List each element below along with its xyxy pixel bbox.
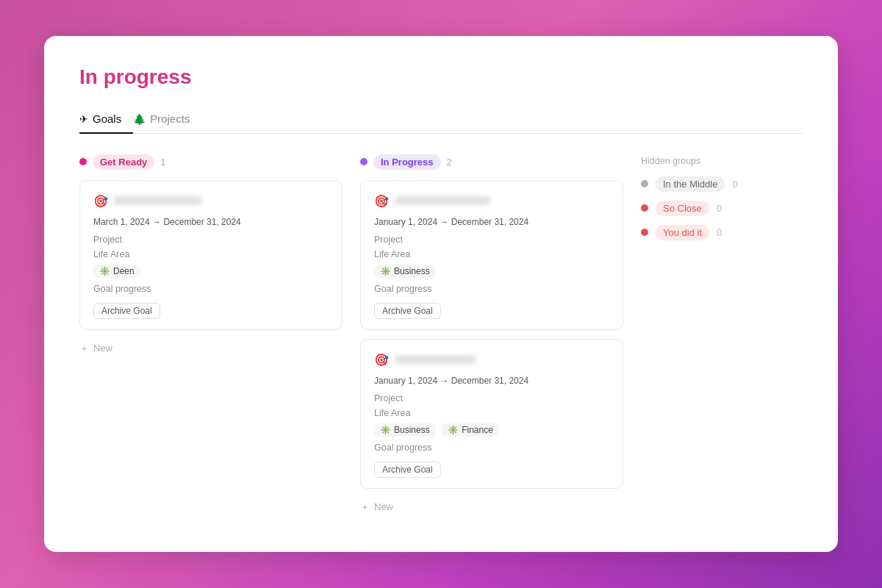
card-3-life-area: Life Area — [374, 408, 609, 418]
card-1-goal-progress: Goal progress — [93, 284, 329, 294]
card-3-goal-progress: Goal progress — [374, 442, 609, 453]
tabs-bar: ✈ Goals 🌲 Projects — [79, 107, 803, 134]
you-did-it-count: 0 — [717, 227, 722, 238]
in-the-middle-count: 0 — [732, 179, 737, 190]
you-did-it-dot — [641, 229, 648, 236]
card-3-title-row: 🎯 — [374, 353, 609, 367]
get-ready-label: Get Ready — [93, 154, 154, 170]
card-1-project: Project — [93, 234, 329, 245]
card-3-tag-finance-icon: ✳️ — [448, 425, 459, 435]
card-3-tag-business-icon: ✳️ — [380, 425, 391, 435]
card-2-archive-btn[interactable]: Archive Goal — [374, 303, 441, 319]
card-1-tag: ✳️ Deen — [93, 265, 140, 278]
get-ready-dot — [79, 158, 87, 165]
you-did-it-label: You did it — [656, 225, 709, 240]
column-header-get-ready: Get Ready 1 — [79, 154, 343, 170]
card-2-project: Project — [374, 234, 609, 245]
card-2-date: January 1, 2024 → December 31, 2024 — [374, 217, 609, 227]
tab-projects[interactable]: 🌲 Projects — [133, 107, 201, 134]
goal-card-1: 🎯 March 1, 2024 → December 31, 2024 Proj… — [79, 180, 343, 330]
card-1-archive-btn[interactable]: Archive Goal — [93, 303, 160, 319]
in-progress-dot — [360, 158, 368, 165]
in-the-middle-label: In the Middle — [656, 176, 725, 192]
plus-icon: ＋ — [79, 342, 89, 355]
card-1-icon: 🎯 — [93, 194, 108, 208]
card-2-goal-progress: Goal progress — [374, 284, 609, 294]
goals-icon: ✈ — [79, 113, 88, 125]
hidden-groups-panel: Hidden groups In the Middle 0 So Close 0… — [641, 154, 803, 249]
card-1-life-area: Life Area — [93, 249, 329, 259]
get-ready-count: 1 — [160, 157, 165, 168]
card-2-title-blurred — [395, 196, 490, 205]
card-3-project: Project — [374, 393, 609, 404]
get-ready-new-btn[interactable]: ＋ New — [79, 339, 343, 358]
card-3-title-blurred — [395, 355, 476, 364]
card-2-icon: 🎯 — [374, 194, 389, 208]
goal-card-3: 🎯 January 1, 2024 → December 31, 2024 Pr… — [360, 339, 623, 489]
card-1-date: March 1, 2024 → December 31, 2024 — [93, 217, 329, 227]
tab-goals[interactable]: ✈ Goals — [79, 107, 133, 134]
card-2-tag-icon: ✳️ — [380, 266, 391, 276]
hidden-group-in-the-middle: In the Middle 0 — [641, 176, 803, 192]
card-3-archive-btn[interactable]: Archive Goal — [374, 462, 441, 478]
card-2-title-row: 🎯 — [374, 194, 609, 208]
columns-area: Get Ready 1 🎯 March 1, 2024 → December 3… — [79, 154, 803, 517]
plus-icon-2: ＋ — [360, 501, 370, 514]
card-1-tag-icon: ✳️ — [99, 266, 110, 276]
so-close-count: 0 — [717, 203, 722, 214]
column-in-progress: In Progress 2 🎯 January 1, 2024 → Decemb… — [360, 154, 623, 517]
column-get-ready: Get Ready 1 🎯 March 1, 2024 → December 3… — [79, 154, 343, 358]
so-close-label: So Close — [656, 201, 709, 216]
goal-card-2: 🎯 January 1, 2024 → December 31, 2024 Pr… — [360, 180, 623, 330]
in-progress-new-btn[interactable]: ＋ New — [360, 498, 623, 517]
card-3-icon: 🎯 — [374, 353, 389, 367]
card-3-tag-finance: ✳️ Finance — [442, 423, 499, 437]
card-2-tag: ✳️ Business — [374, 265, 436, 278]
column-header-in-progress: In Progress 2 — [360, 154, 623, 170]
card-3-tag-business: ✳️ Business — [374, 423, 436, 437]
card-1-title-row: 🎯 — [93, 194, 329, 208]
in-progress-label: In Progress — [373, 154, 441, 170]
hidden-group-so-close: So Close 0 — [641, 201, 803, 216]
page-title: In progress — [79, 65, 803, 89]
card-3-date: January 1, 2024 → December 31, 2024 — [374, 376, 609, 386]
in-the-middle-dot — [641, 180, 648, 187]
card-2-life-area: Life Area — [374, 249, 609, 259]
hidden-group-you-did-it: You did it 0 — [641, 225, 803, 240]
projects-icon: 🌲 — [133, 113, 146, 125]
card-1-title-blurred — [114, 196, 202, 205]
in-progress-count: 2 — [447, 157, 452, 168]
so-close-dot — [641, 204, 648, 212]
main-card: In progress ✈ Goals 🌲 Projects Get Ready… — [44, 36, 838, 552]
hidden-groups-label: Hidden groups — [641, 156, 803, 166]
